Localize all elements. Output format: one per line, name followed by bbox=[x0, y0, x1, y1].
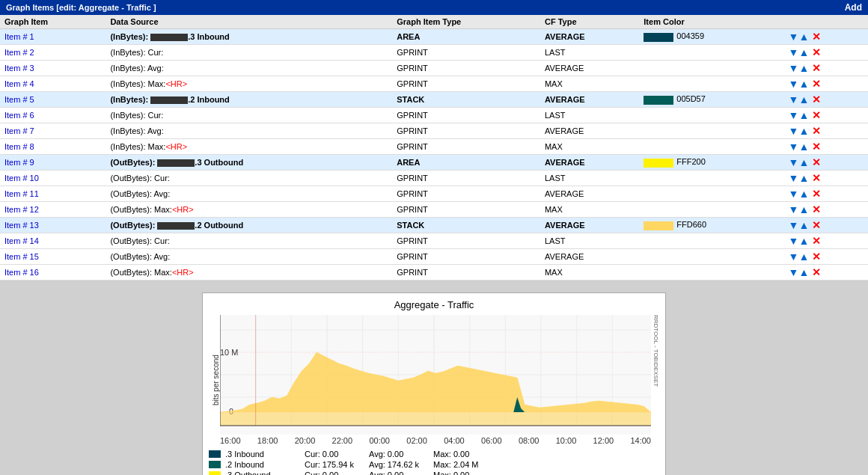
move-down-button[interactable]: ▼ bbox=[789, 266, 799, 278]
item-id[interactable]: Item # 15 bbox=[0, 249, 106, 265]
move-up-button[interactable]: ▲ bbox=[798, 219, 809, 231]
delete-button[interactable]: ✕ bbox=[812, 172, 821, 184]
cf-type: LAST bbox=[540, 45, 639, 61]
item-id[interactable]: Item # 10 bbox=[0, 171, 106, 186]
move-up-button[interactable]: ▲ bbox=[798, 172, 809, 184]
delete-button[interactable]: ✕ bbox=[812, 94, 821, 105]
move-up-button[interactable]: ▲ bbox=[798, 62, 809, 74]
move-up-button[interactable]: ▲ bbox=[798, 125, 809, 137]
item-id[interactable]: Item # 1 bbox=[0, 29, 106, 45]
delete-button[interactable]: ✕ bbox=[812, 251, 821, 263]
graph-item-type: GPRINT bbox=[392, 45, 540, 61]
delete-button[interactable]: ✕ bbox=[812, 235, 821, 247]
delete-button[interactable]: ✕ bbox=[812, 62, 821, 74]
row-actions[interactable]: ▼▲✕ bbox=[784, 202, 868, 218]
move-down-button[interactable]: ▼ bbox=[789, 125, 799, 137]
add-button[interactable]: Add bbox=[845, 2, 862, 13]
row-actions[interactable]: ▼▲✕ bbox=[784, 186, 868, 202]
move-down-button[interactable]: ▼ bbox=[789, 172, 799, 184]
cf-type: AVERAGE bbox=[540, 61, 639, 76]
title-bar: Graph Items [edit: Aggregate - Traffic ]… bbox=[0, 0, 868, 15]
row-actions[interactable]: ▼▲✕ bbox=[784, 249, 868, 265]
move-up-button[interactable]: ▲ bbox=[798, 109, 809, 121]
move-down-button[interactable]: ▼ bbox=[789, 219, 799, 231]
row-actions[interactable]: ▼▲✕ bbox=[784, 155, 868, 171]
item-id[interactable]: Item # 11 bbox=[0, 186, 106, 202]
item-id[interactable]: Item # 4 bbox=[0, 76, 106, 92]
legend-cur: Cur: 175.94 k bbox=[305, 460, 364, 469]
row-actions[interactable]: ▼▲✕ bbox=[784, 92, 868, 108]
item-id[interactable]: Item # 3 bbox=[0, 61, 106, 76]
move-up-button[interactable]: ▲ bbox=[798, 31, 809, 43]
move-down-button[interactable]: ▼ bbox=[789, 141, 799, 153]
row-actions[interactable]: ▼▲✕ bbox=[784, 108, 868, 123]
move-up-button[interactable]: ▲ bbox=[798, 46, 809, 58]
data-source: (OutBytes): .2 Outbound bbox=[106, 218, 392, 233]
move-up-button[interactable]: ▲ bbox=[798, 94, 809, 105]
move-down-button[interactable]: ▼ bbox=[789, 251, 799, 263]
row-actions[interactable]: ▼▲✕ bbox=[784, 123, 868, 139]
move-up-button[interactable]: ▲ bbox=[798, 251, 809, 263]
delete-button[interactable]: ✕ bbox=[812, 219, 821, 231]
delete-button[interactable]: ✕ bbox=[812, 266, 821, 278]
window-title: Graph Items [edit: Aggregate - Traffic ] bbox=[6, 3, 156, 12]
delete-button[interactable]: ✕ bbox=[812, 78, 821, 90]
cf-type: LAST bbox=[540, 108, 639, 123]
item-id[interactable]: Item # 8 bbox=[0, 139, 106, 155]
table-row: Item # 4(InBytes): Max:<HR>GPRINTMAX▼▲✕ bbox=[0, 76, 868, 92]
row-actions[interactable]: ▼▲✕ bbox=[784, 61, 868, 76]
legend-item: .2 InboundCur: 175.94 kAvg: 174.62 kMax:… bbox=[209, 460, 659, 469]
delete-button[interactable]: ✕ bbox=[812, 203, 821, 215]
legend-label: .3 Outbound bbox=[225, 471, 300, 475]
delete-button[interactable]: ✕ bbox=[812, 125, 821, 137]
move-up-button[interactable]: ▲ bbox=[798, 188, 809, 200]
item-id[interactable]: Item # 5 bbox=[0, 92, 106, 108]
move-down-button[interactable]: ▼ bbox=[789, 31, 799, 43]
row-actions[interactable]: ▼▲✕ bbox=[784, 233, 868, 249]
item-color: 005D57 bbox=[639, 92, 783, 108]
move-up-button[interactable]: ▲ bbox=[798, 141, 809, 153]
move-up-button[interactable]: ▲ bbox=[798, 235, 809, 247]
row-actions[interactable]: ▼▲✕ bbox=[784, 45, 868, 61]
row-actions[interactable]: ▼▲✕ bbox=[784, 171, 868, 186]
move-down-button[interactable]: ▼ bbox=[789, 203, 799, 215]
item-id[interactable]: Item # 12 bbox=[0, 202, 106, 218]
cf-type: AVERAGE bbox=[540, 218, 639, 233]
delete-button[interactable]: ✕ bbox=[812, 188, 821, 200]
item-id[interactable]: Item # 6 bbox=[0, 108, 106, 123]
item-id[interactable]: Item # 13 bbox=[0, 218, 106, 233]
delete-button[interactable]: ✕ bbox=[812, 141, 821, 153]
move-up-button[interactable]: ▲ bbox=[798, 78, 809, 90]
row-actions[interactable]: ▼▲✕ bbox=[784, 139, 868, 155]
item-id[interactable]: Item # 7 bbox=[0, 123, 106, 139]
item-id[interactable]: Item # 2 bbox=[0, 45, 106, 61]
chart-legend: .3 InboundCur: 0.00Avg: 0.00Max: 0.00.2 … bbox=[209, 450, 659, 475]
table-row: Item # 9(OutBytes): .3 OutboundAREAAVERA… bbox=[0, 155, 868, 171]
move-up-button[interactable]: ▲ bbox=[798, 203, 809, 215]
move-down-button[interactable]: ▼ bbox=[789, 78, 799, 90]
item-id[interactable]: Item # 9 bbox=[0, 155, 106, 171]
row-actions[interactable]: ▼▲✕ bbox=[784, 76, 868, 92]
move-up-button[interactable]: ▲ bbox=[798, 266, 809, 278]
move-down-button[interactable]: ▼ bbox=[789, 46, 799, 58]
move-down-button[interactable]: ▼ bbox=[789, 188, 799, 200]
chart-section: Aggregate - Traffic bits per second bbox=[0, 286, 868, 475]
item-id[interactable]: Item # 14 bbox=[0, 233, 106, 249]
delete-button[interactable]: ✕ bbox=[812, 156, 821, 168]
item-color: FFD660 bbox=[639, 218, 783, 233]
row-actions[interactable]: ▼▲✕ bbox=[784, 29, 868, 45]
move-down-button[interactable]: ▼ bbox=[789, 94, 799, 105]
item-color: 004359 bbox=[639, 29, 783, 45]
move-down-button[interactable]: ▼ bbox=[789, 109, 799, 121]
delete-button[interactable]: ✕ bbox=[812, 31, 821, 43]
row-actions[interactable]: ▼▲✕ bbox=[784, 265, 868, 281]
col-actions bbox=[784, 15, 868, 29]
move-down-button[interactable]: ▼ bbox=[789, 235, 799, 247]
delete-button[interactable]: ✕ bbox=[812, 46, 821, 58]
move-down-button[interactable]: ▼ bbox=[789, 156, 799, 168]
item-id[interactable]: Item # 16 bbox=[0, 265, 106, 281]
delete-button[interactable]: ✕ bbox=[812, 109, 821, 121]
row-actions[interactable]: ▼▲✕ bbox=[784, 218, 868, 233]
move-down-button[interactable]: ▼ bbox=[789, 62, 799, 74]
move-up-button[interactable]: ▲ bbox=[798, 156, 809, 168]
